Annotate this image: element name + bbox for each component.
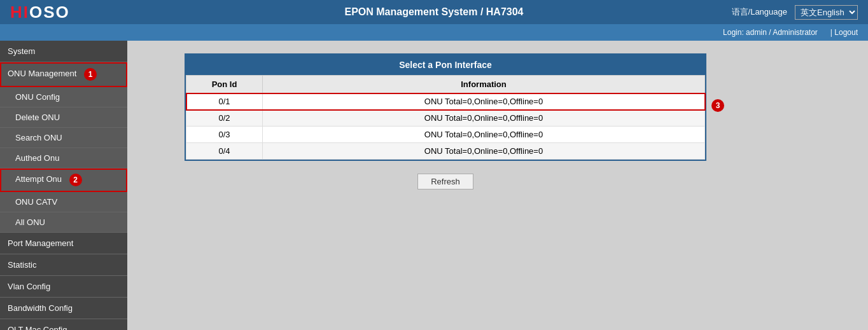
sidebar-item-statistic-label: Statistic <box>8 260 37 270</box>
sidebar-item-onu-management[interactable]: ONU Management 1 <box>0 62 127 87</box>
info-cell: ONU Total=0,Online=0,Offline=0 <box>263 110 705 127</box>
login-info: Login: admin / Administrator <box>723 28 818 37</box>
pon-id-cell: 0/2 <box>186 110 263 127</box>
sidebar-item-bandwidth-config[interactable]: Bandwidth Config <box>0 298 127 319</box>
sidebar-item-system-label: System <box>8 46 35 56</box>
sidebar-item-vlan-config-label: Vlan Config <box>8 282 50 291</box>
sidebar-item-onu-management-label: ONU Management <box>8 69 76 78</box>
pon-table-title: Select a Pon Interface <box>186 55 705 75</box>
language-label: 语言/Language <box>732 6 787 18</box>
table-row[interactable]: 0/3 ONU Total=0,Online=0,Offline=0 <box>186 127 705 143</box>
language-dropdown[interactable]: 英文English <box>795 5 858 20</box>
pon-id-cell: 0/1 <box>186 93 263 110</box>
info-cell: ONU Total=0,Online=0,Offline=0 <box>263 93 705 110</box>
sidebar-item-vlan-config[interactable]: Vlan Config <box>0 276 127 298</box>
refresh-area: Refresh <box>185 174 706 189</box>
sidebar-item-attempt-onu-label: Attempt Onu <box>15 174 62 184</box>
col-pon-id: Pon Id <box>186 76 263 93</box>
sidebar-item-delete-onu-label: Delete ONU <box>15 113 60 122</box>
logo: HIOSO <box>10 3 70 22</box>
pon-id-cell: 0/4 <box>186 143 263 160</box>
sidebar-item-olt-mac-config[interactable]: OLT Mac Config <box>0 319 127 330</box>
logo-text: HIOSO <box>10 3 70 22</box>
col-information: Information <box>263 76 705 93</box>
sidebar-item-authed-onu[interactable]: Authed Onu <box>0 148 127 168</box>
sidebar-item-statistic[interactable]: Statistic <box>0 254 127 276</box>
refresh-button[interactable]: Refresh <box>417 174 473 189</box>
sidebar-item-bandwidth-config-label: Bandwidth Config <box>8 303 73 313</box>
header-bottom: Login: admin / Administrator | Logout <box>0 24 868 41</box>
sidebar-item-search-onu[interactable]: Search ONU <box>0 128 127 148</box>
sidebar-item-all-onu[interactable]: All ONU <box>0 212 127 233</box>
logo-red: HI <box>10 3 29 22</box>
sidebar-item-search-onu-label: Search ONU <box>15 133 62 142</box>
sidebar-item-onu-catv[interactable]: ONU CATV <box>0 192 127 212</box>
sidebar-item-onu-config-label: ONU Config <box>15 92 60 102</box>
badge-2: 2 <box>69 174 82 186</box>
pon-id-cell: 0/3 <box>186 127 263 143</box>
badge-3: 3 <box>711 99 724 112</box>
sidebar-item-delete-onu[interactable]: Delete ONU <box>0 107 127 128</box>
pon-table-wrapper: Select a Pon Interface Pon Id Informatio… <box>185 53 706 161</box>
badge-1: 1 <box>84 68 97 81</box>
sidebar-item-attempt-onu[interactable]: Attempt Onu 2 <box>0 168 127 192</box>
sidebar-item-port-management[interactable]: Port Management <box>0 233 127 254</box>
pon-table: Pon Id Information 0/1 ONU Total=0,Onlin… <box>186 75 705 160</box>
sidebar-item-port-management-label: Port Management <box>8 238 73 248</box>
info-cell: ONU Total=0,Online=0,Offline=0 <box>263 143 705 160</box>
sidebar-item-all-onu-label: All ONU <box>15 217 45 227</box>
header-right: 语言/Language 英文English <box>732 5 858 20</box>
header-title: EPON Management System / HA7304 <box>345 6 524 18</box>
main-layout: System ONU Management 1 ONU Config Delet… <box>0 41 868 330</box>
sidebar-item-system[interactable]: System <box>0 41 127 62</box>
table-row[interactable]: 0/2 ONU Total=0,Online=0,Offline=0 <box>186 110 705 127</box>
sidebar-item-olt-mac-config-label: OLT Mac Config <box>8 325 67 330</box>
table-row[interactable]: 0/4 ONU Total=0,Online=0,Offline=0 <box>186 143 705 160</box>
header-top: HIOSO EPON Management System / HA7304 语言… <box>0 0 868 24</box>
table-row[interactable]: 0/1 ONU Total=0,Online=0,Offline=0 <box>186 93 705 110</box>
info-cell: ONU Total=0,Online=0,Offline=0 <box>263 127 705 143</box>
sidebar-item-onu-catv-label: ONU CATV <box>15 197 57 207</box>
logout-link[interactable]: | Logout <box>830 28 858 37</box>
sidebar-item-onu-config[interactable]: ONU Config <box>0 87 127 107</box>
sidebar-item-authed-onu-label: Authed Onu <box>15 153 59 163</box>
sidebar: System ONU Management 1 ONU Config Delet… <box>0 41 127 330</box>
content-area: Select a Pon Interface Pon Id Informatio… <box>127 41 868 330</box>
